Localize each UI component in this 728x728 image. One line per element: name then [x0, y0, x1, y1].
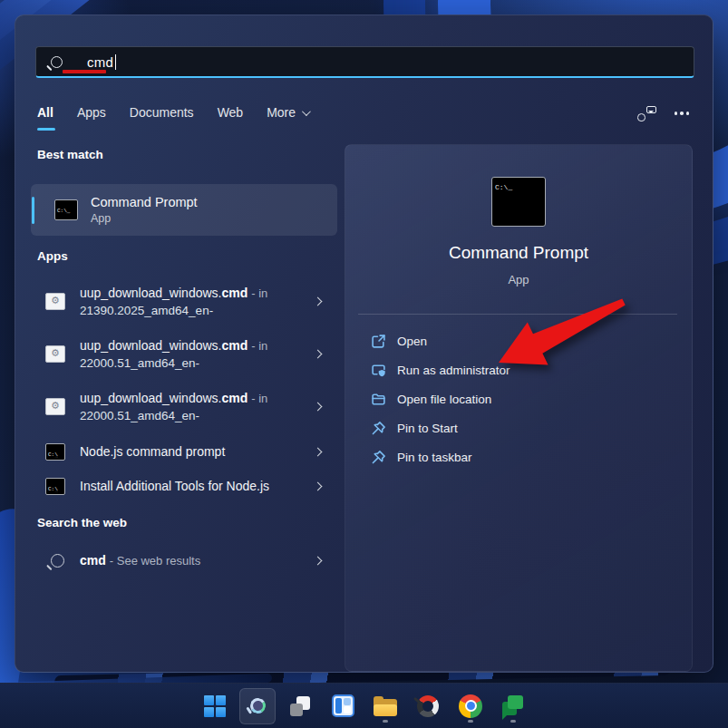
tab-web[interactable]: Web [218, 105, 244, 120]
start-button[interactable] [197, 688, 233, 724]
action-label: Open file location [397, 393, 491, 406]
result-detail-pane: C:\_ Command Prompt App Open Run as admi… [345, 144, 693, 672]
tab-all[interactable]: All [37, 105, 53, 120]
app-result-row[interactable]: C:\ Install Additional Tools for Node.js [31, 469, 337, 503]
cmd-script-icon: ⚙ [45, 345, 65, 363]
result-location: 21390.2025_amd64_en- [80, 304, 315, 317]
widgets-button[interactable] [325, 688, 361, 724]
result-location: 22000.51_amd64_en- [80, 356, 315, 370]
result-location: 22000.51_amd64_en- [80, 409, 315, 422]
action-label: Open [397, 335, 427, 348]
taskbar [0, 683, 728, 728]
file-explorer-button[interactable] [367, 688, 403, 724]
search-query-text: cmd [87, 54, 113, 70]
annotation-arrow [488, 288, 633, 379]
detail-app-title: Command Prompt [345, 243, 692, 263]
best-match-subtitle: App [91, 212, 198, 225]
web-result-row[interactable]: cmd- See web results [31, 543, 337, 578]
chrome-icon [459, 694, 482, 718]
action-label: Pin to taskbar [397, 451, 472, 464]
search-icon [51, 56, 63, 68]
result-name: uup_download_windows. [80, 338, 221, 353]
chevron-right-icon[interactable] [314, 402, 323, 411]
tab-documents[interactable]: Documents [130, 105, 194, 120]
task-view-icon [288, 694, 312, 718]
open-external-icon [371, 334, 386, 349]
command-prompt-icon-large: C:\_ [491, 177, 546, 227]
chat-icon [501, 694, 525, 718]
result-match: cmd [221, 391, 248, 405]
running-indicator [383, 720, 388, 723]
result-suffix: - in [251, 392, 267, 405]
running-indicator [510, 720, 516, 723]
app-result-row[interactable]: ⚙ uup_download_windows.cmd- in 21390.202… [31, 275, 337, 327]
ring-utility-icon [417, 695, 439, 717]
cmd-script-icon: ⚙ [45, 293, 65, 310]
running-indicator [468, 720, 473, 723]
app-result-row[interactable]: ⚙ uup_download_windows.cmd- in 22000.51_… [31, 380, 337, 432]
action-label: Pin to Start [397, 422, 458, 435]
search-icon [248, 696, 267, 714]
section-heading-apps: Apps [37, 249, 68, 263]
detail-app-type: App [345, 273, 692, 286]
section-heading-web: Search the web [37, 516, 127, 529]
windows-logo-icon [204, 695, 226, 717]
selection-accent-bar [32, 197, 34, 224]
terminal-icon: C:\ [45, 443, 65, 461]
app-result-row[interactable]: C:\ Node.js command prompt [31, 434, 337, 469]
ring-utility-button[interactable] [410, 688, 446, 724]
more-options-icon[interactable] [675, 112, 690, 115]
chat-button[interactable] [495, 688, 531, 724]
action-pin-to-taskbar[interactable]: Pin to taskbar [345, 442, 692, 471]
feedback-icon[interactable] [636, 104, 656, 122]
folder-icon [371, 392, 386, 407]
result-name: Install Additional Tools for Node.js [80, 479, 315, 493]
chrome-button[interactable] [452, 688, 489, 724]
run-as-admin-icon [371, 363, 386, 378]
result-match: cmd [221, 338, 248, 353]
web-query: cmd [80, 553, 106, 568]
file-explorer-icon [374, 696, 397, 716]
tab-apps[interactable]: Apps [77, 105, 106, 120]
app-result-row[interactable]: ⚙ uup_download_windows.cmd- in 22000.51_… [31, 327, 337, 380]
action-pin-to-start[interactable]: Pin to Start [345, 413, 692, 442]
action-open-file-location[interactable]: Open file location [345, 384, 692, 413]
chevron-right-icon[interactable] [314, 556, 323, 565]
annotation-underline [63, 70, 106, 73]
tab-more-label: More [267, 105, 296, 120]
result-name: uup_download_windows. [80, 391, 221, 405]
section-heading-best-match: Best match [37, 148, 103, 161]
chevron-right-icon[interactable] [314, 296, 323, 306]
chevron-right-icon[interactable] [314, 481, 323, 490]
result-name: uup_download_windows. [80, 286, 221, 300]
result-match: cmd [221, 286, 248, 300]
widgets-icon [332, 694, 354, 717]
search-filter-tabs: All Apps Documents Web More [37, 105, 308, 120]
best-match-title: Command Prompt [91, 195, 198, 209]
task-view-button[interactable] [282, 688, 318, 724]
result-suffix: - in [251, 286, 267, 300]
result-name: Node.js command prompt [80, 444, 315, 459]
chevron-right-icon[interactable] [314, 349, 323, 358]
cmd-script-icon: ⚙ [45, 398, 65, 415]
text-caret [115, 54, 117, 70]
result-suffix: - in [251, 339, 267, 353]
terminal-icon: C:\ [45, 478, 65, 495]
pin-icon [371, 450, 386, 465]
search-input[interactable]: cmd [35, 46, 694, 78]
active-tab-indicator [37, 128, 55, 131]
command-prompt-icon: C:\_ [54, 199, 78, 220]
chevron-right-icon[interactable] [314, 447, 323, 456]
web-suffix: - See web results [110, 554, 200, 568]
tab-more[interactable]: More [267, 105, 308, 120]
pin-icon [371, 421, 386, 436]
best-match-result[interactable]: C:\_ Command Prompt App [31, 184, 337, 236]
search-icon [51, 554, 64, 568]
chevron-down-icon [302, 107, 311, 116]
taskbar-search-button[interactable] [239, 688, 276, 724]
